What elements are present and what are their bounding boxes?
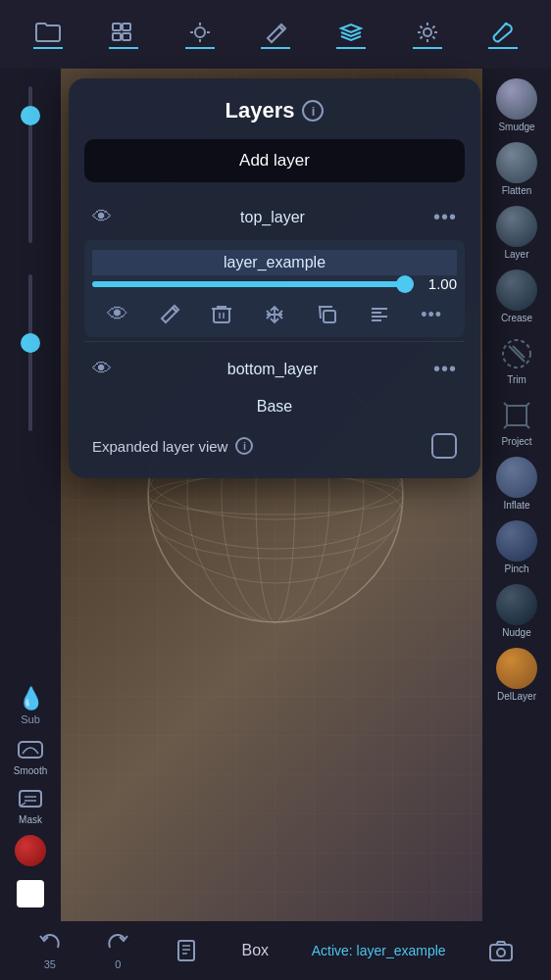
sub-tool-button[interactable]: 💧 Sub <box>9 684 52 727</box>
folder-icon[interactable] <box>33 21 63 49</box>
layers-panel-title: Layers <box>225 98 295 123</box>
crease-ball <box>496 270 537 311</box>
project-tool[interactable]: Project <box>483 391 550 451</box>
screenshot-button[interactable] <box>488 938 514 963</box>
expanded-view-row: Expanded layer view i <box>84 421 465 463</box>
inflate-tool[interactable]: Inflate <box>483 453 550 514</box>
crease-label: Crease <box>501 313 532 323</box>
layers-panel-header: Layers i <box>84 98 465 123</box>
svg-point-12 <box>148 475 403 514</box>
add-layer-button[interactable]: Add layer <box>84 139 465 182</box>
svg-rect-0 <box>113 24 121 30</box>
brush-opacity-slider[interactable] <box>28 274 32 431</box>
layer-move-icon[interactable] <box>263 303 286 326</box>
bottom-layer-menu-dots[interactable]: ••• <box>433 358 457 380</box>
svg-point-9 <box>424 28 431 36</box>
brush-opacity-thumb[interactable] <box>21 333 40 353</box>
svg-rect-2 <box>113 33 121 40</box>
expanded-view-info-icon[interactable]: i <box>235 437 253 455</box>
expanded-view-checkbox[interactable] <box>431 433 457 459</box>
left-sidebar: 💧 Sub Smooth Mask <box>0 69 61 921</box>
smooth-tool-button[interactable]: Smooth <box>9 733 52 776</box>
bottom-layer-name: bottom_layer <box>122 361 424 378</box>
pinch-tool[interactable]: Pinch <box>483 516 550 578</box>
nudge-ball <box>496 584 537 625</box>
top-layer-row: 👁 top_layer ••• <box>84 194 465 240</box>
pen-icon[interactable] <box>261 21 290 49</box>
svg-rect-23 <box>507 406 526 425</box>
svg-point-4 <box>195 27 205 37</box>
camera-icon <box>488 938 514 963</box>
layer-example-row: layer_example <box>92 250 457 275</box>
flatten-tool[interactable]: Flatten <box>483 138 550 200</box>
layer-merge-icon[interactable] <box>368 303 391 326</box>
redo-icon <box>105 931 130 956</box>
primary-color-swatch[interactable] <box>15 835 46 866</box>
wrench-icon[interactable] <box>488 21 518 49</box>
smudge-tool[interactable]: Smudge <box>483 74 550 136</box>
inflate-ball <box>496 457 537 498</box>
dellayer-tool[interactable]: DelLayer <box>483 644 550 706</box>
layer-example-expanded: layer_example 1.00 👁 <box>84 240 465 337</box>
smudge-label: Smudge <box>498 122 534 132</box>
document-icon <box>174 938 199 963</box>
trim-icon <box>499 336 534 371</box>
brush-size-slider-container <box>28 78 32 678</box>
layer-eye-icon[interactable]: 👁 <box>107 302 128 327</box>
mask-label: Mask <box>19 814 42 825</box>
svg-rect-25 <box>324 311 335 322</box>
layer-opacity-value: 1.00 <box>422 275 457 292</box>
sun-icon[interactable] <box>185 21 215 49</box>
layer-edit-icon[interactable] <box>158 303 181 326</box>
top-toolbar <box>0 0 551 69</box>
svg-rect-26 <box>178 941 194 960</box>
layer-opacity-fill <box>92 281 412 287</box>
layer-duplicate-icon[interactable] <box>316 303 339 326</box>
trim-tool[interactable]: Trim <box>483 329 550 389</box>
brush-size-thumb[interactable] <box>21 106 40 125</box>
bottom-layer-visibility-icon[interactable]: 👁 <box>92 358 112 380</box>
top-layer-name: top_layer <box>122 209 424 226</box>
top-layer-menu-dots[interactable]: ••• <box>433 206 457 228</box>
expanded-view-label-group: Expanded layer view i <box>92 437 253 455</box>
layer-tool-label: Layer <box>504 249 528 260</box>
layers-info-icon[interactable]: i <box>302 100 324 122</box>
bottom-layer-section: 👁 bottom_layer ••• Base <box>84 341 465 421</box>
grid-icon[interactable] <box>109 21 138 49</box>
smooth-icon <box>15 734 46 765</box>
bottom-toolbar: 35 0 Box Active: layer_example <box>0 921 551 980</box>
mask-tool-button[interactable]: Mask <box>9 782 52 825</box>
nudge-tool[interactable]: Nudge <box>483 580 550 642</box>
mask-icon <box>15 783 46 814</box>
undo-button[interactable]: 35 <box>37 931 63 970</box>
box-mode-label[interactable]: Box <box>242 942 270 959</box>
layers-stack-icon[interactable] <box>336 21 366 49</box>
settings-icon[interactable] <box>413 21 442 49</box>
layer-delete-icon[interactable] <box>210 303 233 326</box>
undo-icon <box>37 931 63 956</box>
layer-opacity-slider-row: 1.00 <box>92 275 457 292</box>
trim-icon-container <box>496 333 537 374</box>
crease-tool[interactable]: Crease <box>483 266 550 327</box>
layer-ball <box>496 206 537 247</box>
brush-size-slider[interactable] <box>28 86 32 243</box>
project-icon-container <box>496 395 537 436</box>
nudge-label: Nudge <box>502 627 530 638</box>
document-button[interactable] <box>174 938 199 963</box>
layer-more-options-icon[interactable]: ••• <box>421 305 442 325</box>
svg-rect-27 <box>490 945 512 960</box>
secondary-color-swatch[interactable] <box>17 880 44 907</box>
layer-opacity-track[interactable] <box>92 281 412 287</box>
layer-tool[interactable]: Layer <box>483 202 550 264</box>
pinch-ball <box>496 520 537 562</box>
top-layer-visibility-icon[interactable]: 👁 <box>92 206 112 228</box>
undo-count: 35 <box>44 958 56 970</box>
right-sidebar: Smudge Flatten Layer Crease Trim Pro <box>482 69 551 921</box>
svg-rect-1 <box>123 24 130 30</box>
bottom-layer-row: 👁 bottom_layer ••• <box>84 346 465 392</box>
redo-count: 0 <box>115 958 121 970</box>
layer-opacity-thumb[interactable] <box>396 275 414 293</box>
svg-point-28 <box>497 949 505 956</box>
redo-button[interactable]: 0 <box>105 931 130 970</box>
project-icon <box>499 398 534 433</box>
